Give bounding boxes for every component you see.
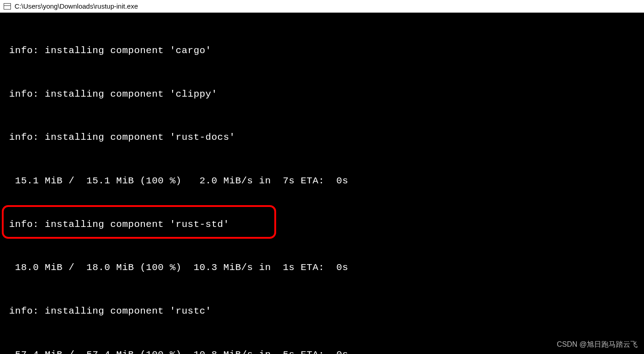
window-titlebar: C:\Users\yong\Downloads\rustup-init.exe: [0, 0, 644, 13]
output-line: 18.0 MiB / 18.0 MiB (100 %) 10.3 MiB/s i…: [9, 261, 635, 275]
watermark-text: CSDN @旭日跑马踏云飞: [557, 340, 638, 349]
output-line: info: installing component 'clippy': [9, 87, 635, 102]
output-line: info: installing component 'rust-std': [9, 217, 635, 232]
app-icon: [4, 3, 11, 10]
window-title-path: C:\Users\yong\Downloads\rustup-init.exe: [15, 2, 138, 10]
output-line: info: installing component 'rust-docs': [9, 130, 635, 145]
output-line: info: installing component 'cargo': [9, 44, 635, 58]
terminal-output[interactable]: info: installing component 'cargo' info:…: [0, 13, 644, 354]
output-line: info: installing component 'rustc': [9, 304, 635, 319]
output-line: 57.4 MiB / 57.4 MiB (100 %) 10.8 MiB/s i…: [9, 348, 635, 354]
output-line: 15.1 MiB / 15.1 MiB (100 %) 2.0 MiB/s in…: [9, 174, 635, 188]
